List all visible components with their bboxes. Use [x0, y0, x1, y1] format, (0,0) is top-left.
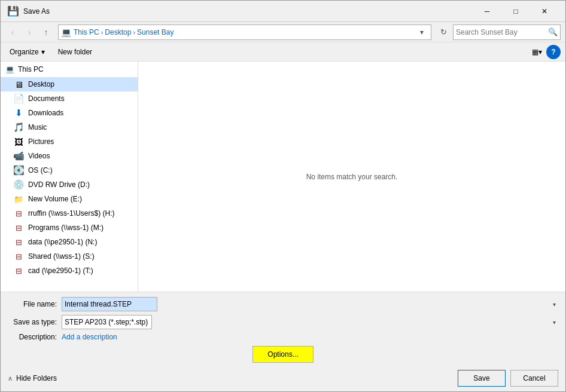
- title-text: Save As: [23, 7, 473, 16]
- tree-item-label-programs-m: Programs (\\wss-1) (M:): [28, 223, 104, 232]
- breadcrumb: 💻 This PC › Desktop › Sunset Bay: [61, 27, 415, 37]
- bottom-area: File name: ▾ Save as type: STEP AP203 (*…: [1, 292, 565, 391]
- window-controls: ─ □ ✕: [473, 3, 558, 20]
- save-as-dialog: 💾 Save As ─ □ ✕ ‹ › ↑ 💻 This PC › Deskto…: [0, 0, 566, 392]
- view-dropdown-icon: ▾: [538, 48, 542, 56]
- shared-s-icon: ⊟: [13, 250, 25, 262]
- action-row: ∧ Hide Folders Save Cancel: [8, 368, 558, 387]
- description-row: Description: Add a description: [8, 333, 558, 341]
- desktop-icon: 🖥: [13, 78, 25, 90]
- organize-button[interactable]: Organize ▾: [5, 45, 49, 59]
- tree-item-label-desktop: Desktop: [28, 80, 54, 88]
- description-label: Description:: [8, 333, 62, 341]
- tree-item-programs-m[interactable]: ⊟ Programs (\\wss-1) (M:): [1, 220, 138, 235]
- title-icon: 💾: [8, 6, 19, 17]
- add-description-link[interactable]: Add a description: [62, 333, 117, 341]
- content-area: No items match your search.: [138, 62, 565, 292]
- filetype-select[interactable]: STEP AP203 (*.step;*.stp): [62, 315, 152, 329]
- pictures-icon: 🖼: [13, 136, 25, 148]
- tree-item-label-data-n: data (\\pe2950-1) (N:): [28, 238, 97, 246]
- tree-item-label-videos: Videos: [28, 152, 50, 160]
- tree-item-os-c[interactable]: 💽 OS (C:): [1, 163, 138, 177]
- filetype-wrapper: STEP AP203 (*.step;*.stp) ▾: [62, 315, 558, 329]
- cad-t-icon: ⊟: [13, 265, 25, 277]
- hide-folders-section: ∧ Hide Folders: [8, 374, 453, 382]
- view-icon: ▦: [532, 48, 538, 56]
- tree-header[interactable]: 💻 This PC: [1, 62, 138, 77]
- search-icon[interactable]: 🔍: [548, 27, 558, 36]
- dvd-d-icon: 💿: [13, 179, 25, 191]
- filename-label: File name:: [8, 300, 62, 308]
- pc-folder-icon: 💻: [61, 27, 71, 37]
- os-c-icon: 💽: [13, 164, 25, 176]
- tree-item-desktop[interactable]: 🖥 Desktop: [1, 77, 138, 91]
- address-toolbar: ‹ › ↑ 💻 This PC › Desktop › Sunset Bay ▾…: [1, 22, 565, 42]
- filetype-label: Save as type:: [8, 318, 62, 326]
- tree-item-label-rruffin-h: rruffin (\\wss-1\Users$) (H:): [28, 209, 114, 218]
- view-button[interactable]: ▦ ▾: [529, 45, 545, 59]
- options-button[interactable]: Options...: [252, 346, 313, 363]
- toolbar-right: ▦ ▾ ?: [529, 45, 561, 59]
- tree-item-documents[interactable]: 📄 Documents: [1, 91, 138, 106]
- left-pane: 💻 This PC 🖥 Desktop 📄 Documents ⬇ Downlo…: [1, 62, 138, 292]
- title-bar: 💾 Save As ─ □ ✕: [1, 1, 565, 22]
- refresh-button[interactable]: ↻: [436, 24, 451, 40]
- tree-item-dvd-d[interactable]: 💿 DVD RW Drive (D:): [1, 177, 138, 192]
- search-input[interactable]: [456, 28, 548, 36]
- tree-item-label-os-c: OS (C:): [28, 166, 53, 174]
- search-box: 🔍: [453, 24, 561, 40]
- tree-item-label-downloads: Downloads: [28, 109, 63, 117]
- data-n-icon: ⊟: [13, 236, 25, 248]
- main-area: 💻 This PC 🖥 Desktop 📄 Documents ⬇ Downlo…: [1, 62, 565, 292]
- address-dropdown-button[interactable]: ▾: [415, 26, 428, 39]
- tree-item-label-cad-t: cad (\\pe2950-1) (T:): [28, 267, 93, 275]
- tree-item-label-dvd-d: DVD RW Drive (D:): [28, 180, 90, 189]
- cancel-button[interactable]: Cancel: [510, 370, 558, 387]
- back-button[interactable]: ‹: [5, 25, 20, 39]
- tree-item-downloads[interactable]: ⬇ Downloads: [1, 106, 138, 120]
- hide-folders-chevron-icon: ∧: [8, 375, 13, 382]
- volume-e-icon: 📁: [13, 193, 25, 205]
- tree-item-videos[interactable]: 📹 Videos: [1, 149, 138, 163]
- close-button[interactable]: ✕: [531, 3, 558, 20]
- minimize-button[interactable]: ─: [473, 3, 501, 20]
- tree-item-cad-t[interactable]: ⊟ cad (\\pe2950-1) (T:): [1, 264, 138, 278]
- tree-item-label-pictures: Pictures: [28, 137, 54, 146]
- tree-item-music[interactable]: 🎵 Music: [1, 120, 138, 134]
- filename-input[interactable]: [62, 297, 157, 311]
- music-icon: 🎵: [13, 121, 25, 133]
- address-bar: 💻 This PC › Desktop › Sunset Bay ▾: [58, 24, 431, 40]
- tree-item-volume-e[interactable]: 📁 New Volume (E:): [1, 192, 138, 206]
- tree-item-pictures[interactable]: 🖼 Pictures: [1, 134, 138, 149]
- new-folder-button[interactable]: New folder: [54, 45, 96, 59]
- maximize-button[interactable]: □: [502, 3, 530, 20]
- tree-item-rruffin-h[interactable]: ⊟ rruffin (\\wss-1\Users$) (H:): [1, 206, 138, 220]
- organize-label: Organize: [10, 48, 39, 56]
- help-button[interactable]: ?: [546, 45, 561, 59]
- filetype-row: Save as type: STEP AP203 (*.step;*.stp) …: [8, 315, 558, 329]
- save-button[interactable]: Save: [458, 370, 506, 387]
- filetype-dropdown-icon: ▾: [553, 319, 556, 326]
- breadcrumb-this-pc[interactable]: This PC: [74, 28, 99, 36]
- hide-folders-label[interactable]: Hide Folders: [16, 374, 57, 382]
- organize-dropdown-icon: ▾: [41, 48, 45, 56]
- tree-item-data-n[interactable]: ⊟ data (\\pe2950-1) (N:): [1, 235, 138, 249]
- filename-wrapper: ▾: [62, 297, 558, 311]
- options-row: Options...: [8, 346, 558, 363]
- tree-item-label-documents: Documents: [28, 94, 65, 103]
- filename-row: File name: ▾: [8, 297, 558, 311]
- tree-item-label-music: Music: [28, 123, 47, 131]
- new-folder-label: New folder: [58, 48, 92, 56]
- empty-message: No items match your search.: [306, 173, 398, 181]
- breadcrumb-desktop[interactable]: Desktop: [105, 28, 131, 36]
- forward-button[interactable]: ›: [22, 25, 36, 39]
- documents-icon: 📄: [13, 93, 25, 105]
- breadcrumb-sunset-bay[interactable]: Sunset Bay: [137, 28, 174, 36]
- tree-item-shared-s[interactable]: ⊟ Shared (\\wss-1) (S:): [1, 249, 138, 264]
- tree-item-label-shared-s: Shared (\\wss-1) (S:): [28, 252, 95, 261]
- rruffin-h-icon: ⊟: [13, 207, 25, 219]
- tree-item-label-volume-e: New Volume (E:): [28, 195, 82, 203]
- organize-toolbar: Organize ▾ New folder ▦ ▾ ?: [1, 42, 565, 62]
- up-button[interactable]: ↑: [39, 25, 53, 39]
- downloads-icon: ⬇: [13, 107, 25, 119]
